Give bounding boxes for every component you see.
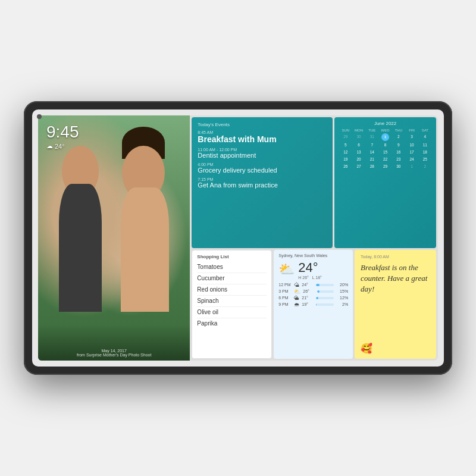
- bottom-row: Shopping List Tomatoes Cucumber Red onio…: [192, 250, 436, 359]
- forecast-bar-2: [316, 297, 318, 299]
- forecast-time-1: 3 PM: [278, 289, 292, 293]
- cal-label-wed: WED: [379, 129, 392, 132]
- cal-day: 2: [419, 163, 431, 170]
- shopping-title: Shopping List: [197, 254, 267, 259]
- event-item-3: 7:15 PM Get Ana from swim practice: [198, 177, 327, 189]
- forecast-bar-1: [317, 290, 320, 293]
- cal-day: 24: [405, 156, 418, 162]
- cal-day: 26: [339, 163, 352, 170]
- cal-day: 2: [392, 133, 405, 141]
- cal-day: 3: [405, 133, 418, 141]
- cal-day: 30: [392, 163, 405, 170]
- cal-day: 13: [352, 149, 365, 155]
- cal-days-header: SUN MON TUE WED THU FRI SAT: [339, 129, 431, 132]
- weather-cloud-icon: ⛅: [278, 262, 295, 277]
- cal-day: 8: [379, 142, 392, 148]
- temp-brief: 24°: [55, 143, 65, 150]
- forecast-bar-bg-0: [316, 284, 334, 286]
- caption-date: May 14, 2017: [101, 349, 126, 353]
- kid2-body: [121, 187, 168, 312]
- event-time-1: 11:00 AM - 12:00 PM: [198, 148, 327, 152]
- cal-day: 29: [379, 163, 392, 170]
- cal-day: 6: [352, 142, 365, 148]
- kid1: [52, 152, 114, 312]
- calendar-panel: June 2022 SUN MON TUE WED THU FRI SAT: [334, 117, 436, 248]
- forecast-pct-1: 15%: [336, 289, 348, 293]
- photo-bg: [38, 115, 190, 361]
- event-item-0: 8:45 AM Breakfast with Mum: [198, 130, 327, 145]
- cal-day: 16: [392, 149, 405, 155]
- forecast-row-2: 6 PM 🌥 21° 12%: [278, 295, 348, 301]
- cal-day: 28: [366, 163, 378, 170]
- cal-day: 15: [379, 149, 392, 155]
- caption-text: from Surprise Mother's Day Photo Shoot: [77, 353, 151, 357]
- cal-day: 18: [419, 149, 431, 155]
- weather-main: ⛅ 24° H 26° L 18°: [278, 260, 348, 280]
- screen: 9:45 ☁ 24° May 14, 2017 from Surprise Mo…: [38, 115, 438, 361]
- note-panel: Today, 8:00 AM Breakfast is on the count…: [355, 250, 436, 359]
- kid1-body: [59, 184, 102, 311]
- cal-day: 9: [392, 142, 405, 148]
- cal-day: 10: [405, 142, 418, 148]
- cal-label-thu: THU: [392, 129, 405, 132]
- shopping-item-4: Olive oil: [197, 307, 267, 318]
- cal-day: 14: [366, 149, 378, 155]
- forecast-bar-3: [316, 303, 317, 306]
- forecast-icon-2: 🌥: [294, 295, 299, 301]
- forecast-row-1: 3 PM ⛅ 26° 15%: [278, 289, 348, 295]
- cal-day: 1: [405, 163, 418, 170]
- weather-temp-main: 24°: [298, 260, 322, 275]
- forecast-row-0: 12 PM 🌤 24° 20%: [278, 282, 348, 288]
- forecast-bar-bg-1: [317, 290, 334, 293]
- cal-label-fri: FRI: [405, 129, 418, 132]
- cal-day: 11: [419, 142, 431, 148]
- cal-label-sat: SAT: [419, 129, 431, 132]
- events-panel: Today's Events 8:45 AM Breakfast with Mu…: [192, 117, 333, 248]
- cal-label-sun: SUN: [339, 129, 352, 132]
- forecast-time-2: 6 PM: [278, 296, 292, 300]
- event-item-2: 4:00 PM Grocery delivery scheduled: [198, 162, 327, 174]
- shopping-item-1: Cucumber: [197, 273, 267, 284]
- weather-location: Sydney, New South Wales: [278, 253, 348, 258]
- shopping-item-0: Tomatoes: [197, 262, 267, 273]
- cal-day: 29: [339, 133, 352, 141]
- forecast-bar-0: [316, 284, 320, 286]
- cal-day: 21: [366, 156, 378, 162]
- weather-temp-group: 24° H 26° L 18°: [298, 260, 322, 280]
- cal-day: 19: [339, 156, 352, 162]
- clock-time: 9:45: [46, 124, 79, 140]
- forecast-bar-bg-3: [316, 303, 334, 306]
- cal-day: 7: [366, 142, 378, 148]
- note-time: Today, 8:00 AM: [361, 255, 430, 259]
- forecast-pct-0: 20%: [336, 283, 348, 287]
- device-frame: 9:45 ☁ 24° May 14, 2017 from Surprise Mo…: [24, 101, 452, 375]
- device-inner: 9:45 ☁ 24° May 14, 2017 from Surprise Mo…: [32, 109, 444, 367]
- forecast-icon-0: 🌤: [294, 282, 299, 288]
- forecast-pct-2: 12%: [336, 296, 348, 300]
- cal-grid: 29 30 31 1 2 3 4 5 6 7 8 9: [339, 133, 431, 170]
- event-time-3: 7:15 PM: [198, 177, 327, 181]
- camera-dot: [37, 114, 42, 119]
- forecast-temp-3: 19°: [302, 302, 314, 306]
- cal-day: 17: [405, 149, 418, 155]
- forecast-temp-2: 21°: [302, 296, 314, 300]
- event-time-0: 8:45 AM: [198, 130, 327, 134]
- event-item-1: 11:00 AM - 12:00 PM Dentist appointment: [198, 148, 327, 159]
- cal-day: 30: [352, 133, 365, 141]
- children-figure: [46, 152, 183, 312]
- shopping-panel: Shopping List Tomatoes Cucumber Red onio…: [192, 250, 272, 359]
- shopping-item-3: Spinach: [197, 296, 267, 307]
- event-name-2: Grocery delivery scheduled: [198, 167, 327, 174]
- cloud-icon: ☁: [46, 142, 53, 150]
- forecast-temp-0: 24°: [302, 283, 314, 287]
- forecast-icon-3: 🌧: [294, 302, 299, 308]
- cal-day: 27: [352, 163, 365, 170]
- weather-lo: L 18°: [312, 275, 322, 280]
- top-row: Today's Events 8:45 AM Breakfast with Mu…: [192, 117, 436, 248]
- forecast-bar-bg-2: [316, 297, 334, 299]
- cal-day: 20: [352, 156, 365, 162]
- cal-today: 1: [381, 133, 389, 141]
- cal-day: 22: [379, 156, 392, 162]
- cal-day: 31: [366, 133, 378, 141]
- weather-panel: Sydney, New South Wales ⛅ 24° H 26° L 18…: [274, 250, 353, 359]
